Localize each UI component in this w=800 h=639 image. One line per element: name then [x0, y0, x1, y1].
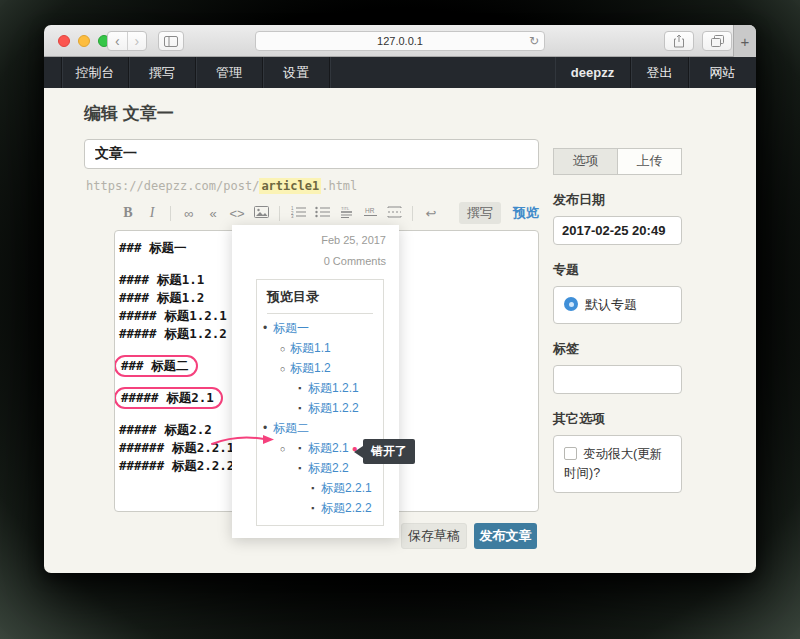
topic-option-label[interactable]: 默认专题	[585, 297, 637, 312]
code-icon[interactable]: <>	[225, 206, 249, 221]
browser-titlebar: ‹ › 127.0.0.1 ↻ +	[44, 25, 756, 57]
annotation-circle: ##### 标题2.1	[114, 387, 223, 409]
circle-bullet-icon: ○	[280, 439, 285, 459]
toc-row: ▪标题1.2.2	[257, 398, 383, 418]
disc-bullet-icon: •	[263, 318, 267, 338]
preview-popup: Feb 25, 2017 0 Comments 预览目录 •标题一○标题1.1○…	[232, 225, 399, 538]
navbar-filler	[330, 57, 555, 88]
navbar-left-items: 控制台撰写管理设置	[62, 57, 330, 88]
history-nav-group: ‹ ›	[107, 31, 147, 51]
sidebar-tab-upload[interactable]: 上传	[617, 148, 682, 175]
quote-icon[interactable]: «	[201, 206, 225, 221]
toc-row: ○标题1.1	[257, 338, 383, 358]
tags-input[interactable]	[553, 365, 682, 394]
browser-window: ‹ › 127.0.0.1 ↻ + 控制台撰写管理设置 deepzz 登出 网站…	[44, 25, 756, 573]
slug-highlight: article1	[259, 178, 321, 194]
publish-button[interactable]: 发布文章	[474, 523, 537, 549]
app-navbar: 控制台撰写管理设置 deepzz 登出 网站	[44, 57, 756, 88]
link-icon[interactable]: ∞	[177, 206, 201, 221]
navbar-site[interactable]: 网站	[689, 57, 756, 88]
annotation-arrow	[210, 432, 278, 448]
navbar-item[interactable]: 管理	[196, 57, 263, 88]
pagebreak-icon[interactable]	[382, 206, 406, 221]
unordered-list-icon[interactable]	[310, 206, 334, 221]
toc-link[interactable]: 标题1.2.2	[308, 401, 359, 415]
article-slug: https://deepzz.com/post/article1.html	[86, 179, 357, 193]
major-change-checkbox[interactable]	[564, 447, 577, 460]
toc-row: ▪标题2.2.2	[257, 498, 383, 518]
preview-date: Feb 25, 2017	[321, 234, 386, 246]
preview-mode-button[interactable]: 预览	[513, 204, 539, 222]
image-icon[interactable]	[249, 206, 273, 221]
share-button[interactable]	[664, 31, 694, 51]
new-tab-button[interactable]: +	[733, 25, 756, 57]
slug-suffix: .html	[321, 179, 357, 193]
publish-date-input[interactable]	[553, 216, 682, 245]
topic-label: 专题	[553, 261, 682, 279]
address-bar[interactable]: 127.0.0.1 ↻	[255, 31, 545, 51]
svg-text:TITL: TITL	[341, 206, 350, 211]
navbar-username[interactable]: deepzz	[555, 57, 631, 88]
article-title-input[interactable]	[84, 139, 539, 169]
heading-icon[interactable]: TITL	[334, 206, 358, 221]
toc-link[interactable]: 标题2.2.1	[321, 481, 372, 495]
write-mode-button[interactable]: 撰写	[459, 202, 501, 224]
circle-bullet-icon: ○	[280, 359, 285, 379]
undo-icon[interactable]: ↩	[419, 206, 443, 221]
url-text: 127.0.0.1	[377, 35, 423, 47]
toc-link[interactable]: 标题1.2	[290, 361, 331, 375]
toc-title: 预览目录	[257, 288, 383, 306]
navbar-item[interactable]: 设置	[263, 57, 330, 88]
topic-radio-selected[interactable]	[564, 297, 578, 311]
save-draft-button[interactable]: 保存草稿	[401, 523, 467, 549]
slug-prefix: https://deepzz.com/post/	[86, 179, 259, 193]
toolbar-icons: BI∞«<>123TITLHR↩	[116, 205, 443, 221]
toc-link[interactable]: 标题一	[273, 321, 309, 335]
toc-row: ○标题1.2	[257, 358, 383, 378]
square-bullet-icon: ▪	[311, 498, 314, 518]
publish-date-label: 发布日期	[553, 191, 682, 209]
sidebar-tabs: 选项上传	[553, 148, 682, 175]
navbar-logout[interactable]: 登出	[631, 57, 689, 88]
ordered-list-icon[interactable]: 123	[286, 206, 310, 221]
navbar-item[interactable]: 撰写	[129, 57, 196, 88]
back-button[interactable]: ‹	[108, 32, 127, 50]
tags-label: 标签	[553, 340, 682, 358]
navbar-item[interactable]: 控制台	[62, 57, 129, 88]
major-change-label[interactable]: 变动很大(更新时间)?	[564, 447, 662, 480]
forward-button[interactable]: ›	[127, 32, 147, 50]
italic-icon[interactable]: I	[140, 205, 164, 221]
bold-icon[interactable]: B	[116, 205, 140, 221]
toc-link[interactable]: 标题二	[273, 421, 309, 435]
toc-link[interactable]: 标题2.2.2	[321, 501, 372, 515]
toolbar-mode-switch: 撰写 预览	[459, 202, 539, 224]
toolbar-separator	[170, 206, 171, 221]
toc-link[interactable]: 标题2.1	[308, 441, 349, 455]
square-bullet-icon: ▪	[298, 398, 301, 418]
hr-icon[interactable]: HR	[358, 206, 382, 221]
sidebar-icon	[164, 36, 178, 47]
navbar-spacer	[44, 57, 62, 88]
square-bullet-icon: ▪	[298, 378, 301, 398]
reload-icon[interactable]: ↻	[529, 32, 539, 50]
toc-list: •标题一○标题1.1○标题1.2▪标题1.2.1▪标题1.2.2•标题二○▪标题…	[257, 318, 383, 518]
other-options-label: 其它选项	[553, 410, 682, 428]
preview-comments[interactable]: 0 Comments	[324, 255, 386, 267]
minimize-window-button[interactable]	[78, 35, 90, 47]
toc-link[interactable]: 标题2.2	[308, 461, 349, 475]
svg-text:HR: HR	[365, 207, 375, 214]
svg-text:3: 3	[291, 214, 294, 218]
show-tabs-button[interactable]	[702, 31, 732, 51]
page-content: 编辑 文章一 https://deepzz.com/post/article1.…	[44, 88, 756, 573]
toc-row: ▪标题2.2.1	[257, 478, 383, 498]
preview-toc-box: 预览目录 •标题一○标题1.1○标题1.2▪标题1.2.1▪标题1.2.2•标题…	[256, 279, 384, 526]
toc-link[interactable]: 标题1.2.1	[308, 381, 359, 395]
other-option-box: 变动很大(更新时间)?	[553, 435, 682, 493]
markdown-toolbar: BI∞«<>123TITLHR↩ 撰写 预览	[116, 201, 539, 225]
close-window-button[interactable]	[58, 35, 70, 47]
sidebar-toggle-button[interactable]	[158, 31, 184, 51]
annotation-tooltip: 错开了	[363, 439, 415, 464]
annotation-circle: ### 标题二	[114, 355, 198, 377]
toc-link[interactable]: 标题1.1	[290, 341, 331, 355]
sidebar-tab-options[interactable]: 选项	[553, 148, 618, 175]
